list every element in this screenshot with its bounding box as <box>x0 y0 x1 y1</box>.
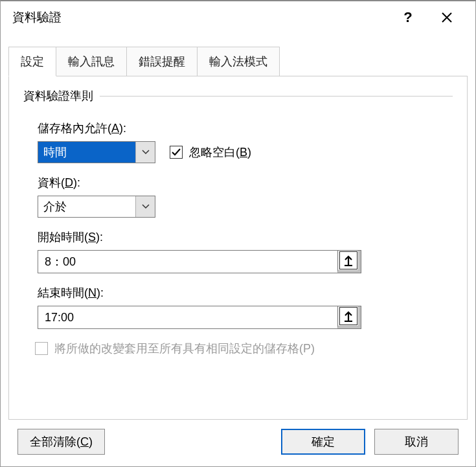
collapse-dialog-icon <box>343 310 354 322</box>
end-time-input[interactable] <box>38 306 337 328</box>
check-icon <box>171 147 181 157</box>
data-select[interactable]: 介於 <box>38 196 155 218</box>
collapse-dialog-icon <box>343 255 354 266</box>
tab-bar: 設定 輸入訊息 錯誤提醒 輸入法模式 <box>8 47 468 76</box>
dialog-body: 設定 輸入訊息 錯誤提醒 輸入法模式 資料驗證準則 儲存格內允許(A): 時間 <box>1 34 475 466</box>
cancel-button[interactable]: 取消 <box>374 429 459 455</box>
chevron-down-icon <box>142 150 150 155</box>
start-time-field-row <box>38 250 361 273</box>
tab-input-message[interactable]: 輸入訊息 <box>56 47 127 76</box>
allow-select[interactable]: 時間 <box>38 141 155 163</box>
dialog-footer: 全部清除(C) 確定 取消 <box>8 420 468 466</box>
end-time-ref-button[interactable] <box>337 306 361 328</box>
apply-all-label: 將所做的改變套用至所有具有相同設定的儲存格(P) <box>54 341 315 356</box>
data-validation-dialog: 資料驗證 ? 設定 輸入訊息 錯誤提醒 輸入法模式 資料驗證準則 儲存格內允許(… <box>0 0 476 467</box>
start-time-label: 開始時間(S): <box>38 229 453 245</box>
criteria-group-label: 資料驗證準則 <box>23 88 453 104</box>
help-button[interactable]: ? <box>389 1 427 34</box>
ignore-blank-checkbox[interactable] <box>170 146 183 159</box>
ok-button[interactable]: 確定 <box>281 429 365 455</box>
criteria-group-text: 資料驗證準則 <box>23 88 93 104</box>
data-select-value: 介於 <box>38 196 135 217</box>
clear-all-button[interactable]: 全部清除(C) <box>17 429 105 455</box>
titlebar: 資料驗證 ? <box>1 1 475 34</box>
end-time-label: 結束時間(N): <box>38 285 453 301</box>
tab-content-settings: 資料驗證準則 儲存格內允許(A): 時間 <box>8 76 468 420</box>
criteria-form: 儲存格內允許(A): 時間 忽略空白(B) <box>23 109 453 356</box>
start-time-input[interactable] <box>38 251 337 273</box>
dialog-title: 資料驗證 <box>12 9 389 26</box>
apply-all-row: 將所做的改變套用至所有具有相同設定的儲存格(P) <box>35 341 453 356</box>
group-divider <box>100 96 453 97</box>
ignore-blank-label: 忽略空白(B) <box>189 144 251 160</box>
end-time-field-row <box>38 306 361 329</box>
tab-settings[interactable]: 設定 <box>8 47 56 76</box>
tab-ime-mode[interactable]: 輸入法模式 <box>197 47 280 76</box>
data-label: 資料(D): <box>38 175 453 190</box>
tab-error-alert[interactable]: 錯誤提醒 <box>126 47 198 76</box>
allow-label: 儲存格內允許(A): <box>38 120 453 136</box>
chevron-down-icon <box>142 204 150 209</box>
data-select-dropdown-button[interactable] <box>135 196 155 217</box>
allow-select-dropdown-button[interactable] <box>135 142 155 163</box>
allow-select-value: 時間 <box>38 142 135 163</box>
close-button[interactable] <box>427 1 466 34</box>
apply-all-checkbox <box>35 342 48 355</box>
close-icon <box>441 12 453 23</box>
start-time-ref-button[interactable] <box>337 251 361 273</box>
